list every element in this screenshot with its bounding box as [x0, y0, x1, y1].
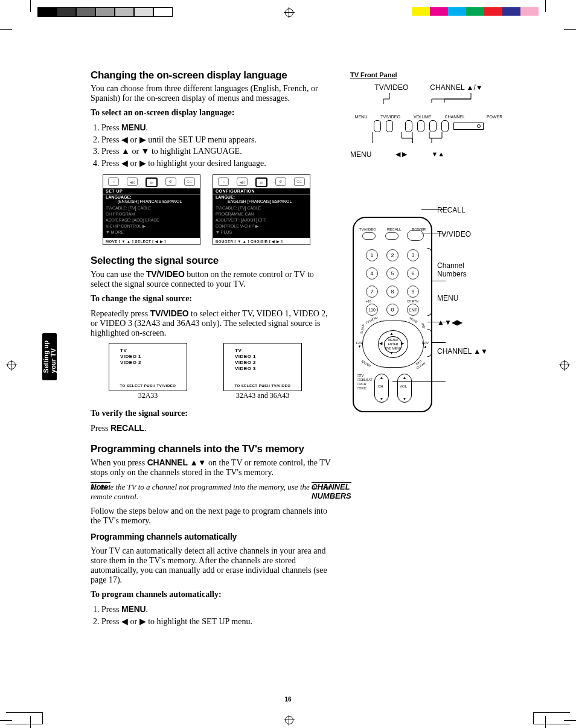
heading-programming: Programming channels into the TV's memor…	[91, 443, 332, 455]
heading-signal-source: Selecting the signal source	[91, 255, 332, 267]
knob-icon	[405, 120, 412, 132]
power-button-icon	[453, 123, 484, 130]
remote-key: 1	[366, 249, 378, 261]
steps-list: Press MENU. Press ◀ or ▶ to highlight th…	[101, 604, 332, 627]
signal-box-1: TV VIDEO 1 VIDEO 2 TO SELECT PUSH TV/VID…	[109, 343, 187, 391]
steps-list: Press MENU. Press ◀ or ▶ until the SET U…	[101, 123, 332, 168]
label: CHANNEL ▲/▼	[430, 83, 482, 92]
label: ◀ ▶	[395, 150, 407, 159]
registration-mark-icon	[285, 716, 293, 724]
remote-key: 100	[366, 304, 378, 316]
body-text: When you press CHANNEL ▲▼ on the TV or r…	[91, 458, 332, 477]
step: Press ◀ or ▶ to highlight the SET UP men…	[101, 616, 332, 627]
step: Press ◀ or ▶ until the SET UP menu appea…	[101, 135, 332, 145]
color-bar	[412, 7, 539, 16]
note: Note: To tune the TV to a channel not pr…	[91, 482, 332, 502]
registration-mark-icon	[285, 8, 293, 17]
step: Press ▲ or ▼ to highlight LANGUAGE.	[101, 147, 332, 156]
remote-key: 2	[386, 249, 398, 261]
osd-french: ☼◀))⚙⏱CC CONFIGURATION LANGUE:ENGLISH [F…	[213, 174, 310, 245]
tab-label: Setting upyour TV	[42, 340, 57, 373]
registration-mark-icon	[7, 361, 16, 369]
connector-lines	[365, 93, 492, 113]
remote-key: 3	[407, 249, 419, 261]
remote-key: 6	[407, 267, 419, 279]
callout: TV/VIDEO	[437, 230, 488, 238]
body-text: Repeatedly press TV/VIDEO to select eith…	[91, 308, 332, 338]
remote-key: 5	[386, 267, 398, 279]
procedure-lead: To change the signal source:	[91, 294, 332, 304]
osd-english: ☼◀))⚙⏱CC SET UP LANGUAGE:[ENGLISH] FRANC…	[103, 174, 200, 245]
callout: CHANNEL ▲▼	[437, 347, 488, 356]
body-text: Follow the steps below and on the next p…	[91, 506, 332, 526]
body-text: You can use the TV/VIDEO button on the r…	[91, 269, 332, 289]
knob-icon	[386, 120, 393, 132]
remote-diagram: TV/VIDEORECALLPOWER 1 2 3 4 5 6 7 8 9 +1…	[350, 217, 507, 412]
body-text: Your TV can automatically detect all act…	[91, 546, 332, 585]
heading-display-language: Changing the on-screen display language	[91, 69, 332, 81]
registration-mark-icon	[560, 361, 569, 369]
procedure-lead: To verify the signal source:	[91, 409, 332, 418]
step: Press ◀ or ▶ to highlight your desired l…	[101, 158, 332, 168]
front-panel-diagram: TV/VIDEO CHANNEL ▲/▼ MENU TV/VIDEO VOLUM…	[350, 83, 507, 159]
connector-lines	[365, 132, 492, 149]
knob-icon	[429, 120, 437, 132]
remote-key: 7	[366, 286, 378, 298]
procedure-lead: To program channels automatically:	[91, 590, 332, 599]
callout: RECALL	[437, 206, 488, 214]
grayscale-bar	[37, 7, 173, 16]
remote-key: 8	[386, 286, 398, 298]
remote-key: 9	[407, 286, 419, 298]
page-number: 16	[0, 696, 576, 703]
remote-key: 0	[386, 304, 398, 316]
label: TV/VIDEO	[374, 83, 408, 92]
remote-key: ENT	[407, 304, 419, 316]
callout: ▲▼◀▶	[437, 318, 488, 327]
knob-icon	[441, 120, 449, 132]
signal-box-2: TV VIDEO 1 VIDEO 2 VIDEO 3 TO SELECT PUS…	[223, 343, 302, 391]
callout: MENU	[437, 294, 488, 302]
callout: Channel Numbers	[437, 261, 488, 278]
label: ▼▲	[431, 150, 444, 159]
section-tab: Setting upyour TV	[42, 333, 57, 380]
label: MENU	[350, 150, 371, 159]
front-panel-heading: TV Front Panel	[350, 71, 507, 78]
knob-icon	[374, 120, 381, 132]
caption: 32A43 and 36A43	[223, 391, 302, 400]
caption: 32A33	[109, 391, 187, 400]
subheading: Programming channels automatically	[91, 532, 332, 541]
intro-text: You can choose from three different lang…	[91, 84, 332, 103]
step: Press MENU.	[101, 123, 332, 133]
body-text: Press RECALL.	[91, 423, 332, 433]
knob-icon	[417, 120, 424, 132]
procedure-lead: To select an on-screen display language:	[91, 108, 332, 118]
step: Press MENU.	[101, 604, 332, 615]
remote-key: 4	[366, 267, 378, 279]
